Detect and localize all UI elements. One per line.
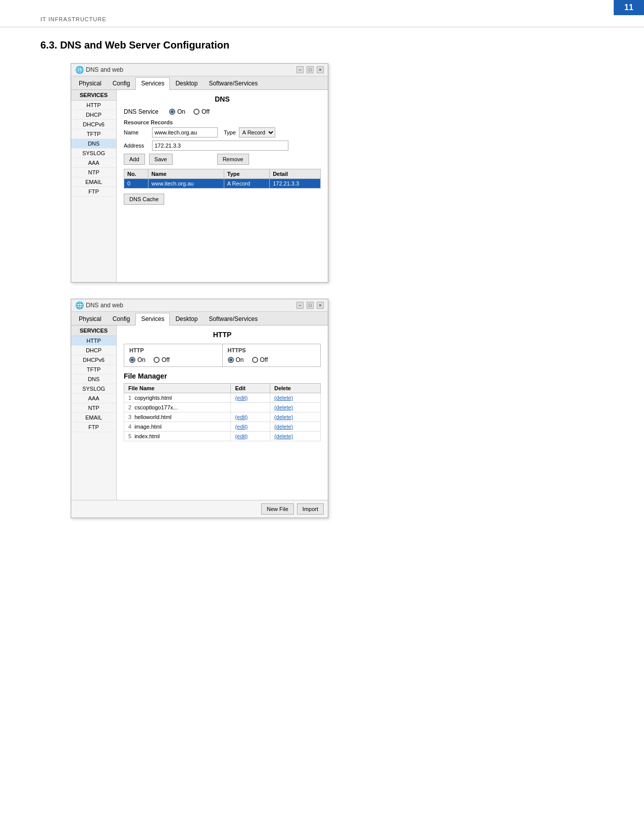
delete-link[interactable]: (delete) xyxy=(274,414,293,420)
sidebar-item-http[interactable]: HTTP xyxy=(71,101,116,110)
http-tab-desktop[interactable]: Desktop xyxy=(170,313,203,325)
http-sidebar-ntp[interactable]: NTP xyxy=(71,403,116,413)
http-sidebar-aaa[interactable]: AAA xyxy=(71,394,116,403)
http-https-sections: HTTP On Off xyxy=(124,344,321,367)
file-col-name: File Name xyxy=(124,384,231,393)
http-off-radio[interactable] xyxy=(154,357,160,363)
http-sidebar-syslog[interactable]: SYSLOG xyxy=(71,384,116,394)
http-sidebar-dhcpv6[interactable]: DHCPv6 xyxy=(71,355,116,365)
edit-cell xyxy=(231,403,270,412)
https-off-radio[interactable] xyxy=(252,357,258,363)
dns-window-content: SERVICES HTTP DHCP DHCPv6 TFTP DNS SYSLO… xyxy=(71,90,328,282)
sidebar-item-aaa[interactable]: AAA xyxy=(71,158,116,168)
http-window-content: SERVICES HTTP DHCP DHCPv6 TFTP DNS SYSLO… xyxy=(71,326,328,518)
https-section-title: HTTPS xyxy=(228,347,316,353)
http-bottom-buttons: New File Import xyxy=(71,500,328,518)
http-title-text: DNS and web xyxy=(86,302,123,309)
tab-desktop[interactable]: Desktop xyxy=(170,77,203,89)
http-panel-title: HTTP xyxy=(124,331,321,339)
col-no: No. xyxy=(124,169,148,179)
dns-cache-row: DNS Cache xyxy=(124,194,321,205)
import-button[interactable]: Import xyxy=(297,503,324,515)
tab-software-services[interactable]: Software/Services xyxy=(203,77,263,89)
http-sidebar-http[interactable]: HTTP xyxy=(71,336,116,346)
dns-title-bar: 🌐 DNS and web − □ × xyxy=(71,64,328,76)
http-sidebar-tftp[interactable]: TFTP xyxy=(71,365,116,375)
http-off-option[interactable]: Off xyxy=(154,356,170,363)
page-number: 11 xyxy=(614,0,644,15)
http-tab-config[interactable]: Config xyxy=(107,313,136,325)
file-name-cell: 3helloworld.html xyxy=(124,412,231,422)
http-tab-physical[interactable]: Physical xyxy=(73,313,107,325)
https-on-radio[interactable] xyxy=(228,357,234,363)
sidebar-item-syslog[interactable]: SYSLOG xyxy=(71,149,116,158)
minimize-button[interactable]: − xyxy=(296,66,304,73)
tab-physical[interactable]: Physical xyxy=(73,77,107,89)
edit-link[interactable]: (edit) xyxy=(235,395,247,401)
http-sidebar-ftp[interactable]: FTP xyxy=(71,423,116,432)
sidebar-item-email[interactable]: EMAIL xyxy=(71,177,116,187)
http-minimize-button[interactable]: − xyxy=(296,302,304,309)
dns-radio-group: On Off xyxy=(169,108,210,115)
sidebar-item-ntp[interactable]: NTP xyxy=(71,168,116,177)
list-item: 2cscoptlogo177x... (delete) xyxy=(124,403,321,412)
http-maximize-button[interactable]: □ xyxy=(307,302,314,309)
http-sidebar-email[interactable]: EMAIL xyxy=(71,413,116,423)
sidebar-item-ftp[interactable]: FTP xyxy=(71,187,116,197)
dns-on-option[interactable]: On xyxy=(169,108,185,115)
http-on-option[interactable]: On xyxy=(129,356,145,363)
address-input[interactable] xyxy=(152,141,288,151)
sidebar-header: SERVICES xyxy=(71,90,116,101)
dns-off-radio[interactable] xyxy=(193,109,200,115)
dns-on-radio[interactable] xyxy=(169,109,175,115)
http-sidebar-dns[interactable]: DNS xyxy=(71,375,116,384)
http-win-controls: − □ × xyxy=(296,302,324,309)
delete-cell: (delete) xyxy=(270,422,320,432)
dns-off-option[interactable]: Off xyxy=(193,108,210,115)
http-close-button[interactable]: × xyxy=(317,302,324,309)
list-item: 4image.html (edit) (delete) xyxy=(124,422,321,432)
sidebar-item-dhcp[interactable]: DHCP xyxy=(71,110,116,120)
https-off-option[interactable]: Off xyxy=(252,356,268,363)
name-input[interactable] xyxy=(152,127,218,137)
dns-cache-button[interactable]: DNS Cache xyxy=(124,194,164,205)
dns-window: 🌐 DNS and web − □ × Physical Config Serv… xyxy=(71,63,328,283)
dns-buttons-row: Add Save Remove xyxy=(124,154,321,165)
address-row: Address xyxy=(124,141,321,151)
http-section: HTTP On Off xyxy=(124,344,222,367)
http-sidebar-dhcp[interactable]: DHCP xyxy=(71,346,116,355)
http-on-radio[interactable] xyxy=(129,357,135,363)
dns-service-row: DNS Service On Off xyxy=(124,108,321,115)
type-select[interactable]: A Record xyxy=(239,127,275,137)
maximize-button[interactable]: □ xyxy=(307,66,314,73)
delete-link[interactable]: (delete) xyxy=(274,395,293,401)
http-tab-services[interactable]: Services xyxy=(135,313,170,326)
sidebar-item-dns[interactable]: DNS xyxy=(71,139,116,149)
file-name-cell: 2cscoptlogo177x... xyxy=(124,403,231,412)
file-name-cell: 5index.html xyxy=(124,432,231,441)
edit-link[interactable]: (edit) xyxy=(235,433,247,439)
delete-link[interactable]: (delete) xyxy=(274,433,293,439)
close-button[interactable]: × xyxy=(317,66,324,73)
cell-type: A Record xyxy=(224,179,269,189)
http-tab-software-services[interactable]: Software/Services xyxy=(203,313,263,325)
new-file-button[interactable]: New File xyxy=(261,503,294,515)
file-manager-title: File Manager xyxy=(124,372,321,380)
section-title: 6.3. DNS and Web Server Configuration xyxy=(0,39,644,51)
tab-services[interactable]: Services xyxy=(135,77,170,90)
name-type-row: Name Type A Record xyxy=(124,127,321,137)
sidebar-item-tftp[interactable]: TFTP xyxy=(71,129,116,139)
save-button[interactable]: Save xyxy=(149,154,173,165)
edit-link[interactable]: (edit) xyxy=(235,414,247,420)
tab-config[interactable]: Config xyxy=(107,77,136,89)
remove-button[interactable]: Remove xyxy=(217,154,249,165)
sidebar-item-dhcpv6[interactable]: DHCPv6 xyxy=(71,120,116,129)
edit-link[interactable]: (edit) xyxy=(235,424,247,430)
dns-panel-title: DNS xyxy=(124,95,321,103)
delete-link[interactable]: (delete) xyxy=(274,404,293,410)
https-on-option[interactable]: On xyxy=(228,356,244,363)
add-button[interactable]: Add xyxy=(124,154,145,165)
list-item: 3helloworld.html (edit) (delete) xyxy=(124,412,321,422)
table-row[interactable]: 0 www.itech.org.au A Record 172.21.3.3 xyxy=(124,179,321,189)
delete-link[interactable]: (delete) xyxy=(274,424,293,430)
